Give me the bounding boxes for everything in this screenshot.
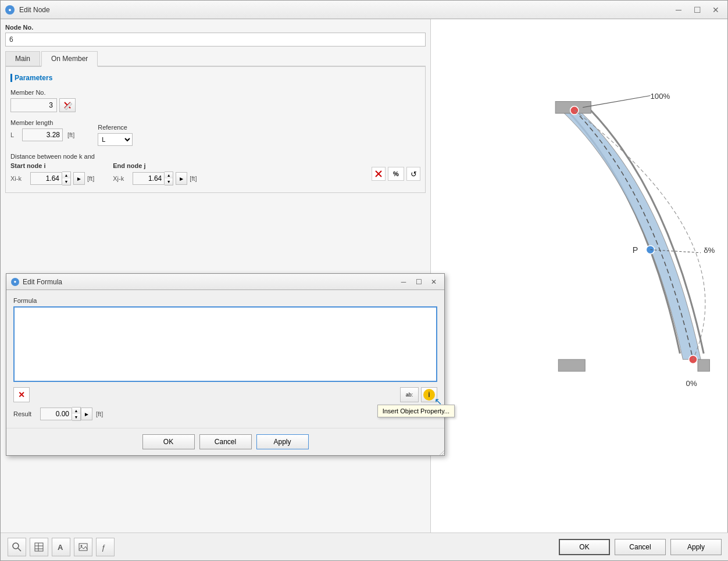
svg-text:P: P (633, 245, 638, 255)
svg-text:δ%: δ% (704, 246, 715, 255)
xi-spin-up[interactable]: ▲ (62, 172, 70, 178)
formula-dialog-icon: ● (11, 278, 19, 286)
formula-button[interactable]: ƒ (96, 538, 115, 556)
formula-toolbar: ✕ ab: i Insert Object Property... ↖ (13, 387, 437, 402)
formula-dialog-content: Formula ✕ ab: i Insert Object Property..… (6, 290, 444, 428)
member-no-input[interactable] (10, 98, 57, 112)
member-length-input[interactable] (22, 128, 63, 141)
resize-handle[interactable] (437, 448, 444, 455)
xi-input[interactable] (30, 172, 62, 185)
svg-point-6 (689, 355, 697, 363)
member-no-inputs (10, 98, 420, 112)
formula-dialog-maximize[interactable]: ☐ (413, 276, 424, 288)
result-spinbox: ▲ ▼ ► (40, 407, 92, 421)
insert-property-tooltip: Insert Object Property... (377, 405, 455, 417)
length-reference-row: Member length L [ft] Reference L xi (10, 119, 420, 146)
result-row: Result ▲ ▼ ► [ft] (13, 407, 437, 421)
xj-input[interactable] (133, 172, 165, 185)
refresh-button[interactable]: ↺ (406, 167, 420, 181)
svg-line-10 (583, 95, 650, 107)
member-no-label: Member No. (10, 89, 420, 96)
xi-unit: [ft] (87, 175, 94, 182)
member-no-row: Member No. (10, 89, 420, 112)
text-button[interactable]: A (52, 538, 70, 556)
result-label: Result (13, 410, 37, 417)
xj-spin-down[interactable]: ▼ (165, 178, 173, 185)
svg-point-5 (570, 106, 579, 115)
formula-input[interactable] (13, 306, 437, 382)
window-icon: ● (5, 5, 15, 15)
xi-spinbox: ▲ ▼ (30, 171, 71, 185)
node-no-label: Node No. (5, 24, 426, 31)
image-button[interactable] (74, 538, 92, 556)
length-prefix: L (10, 131, 17, 138)
formula-cancel-button[interactable]: Cancel (199, 434, 252, 449)
close-button[interactable]: ✕ (709, 3, 723, 17)
diagram-svg: P 100% δ% 0% (431, 19, 727, 534)
tab-main[interactable]: Main (5, 51, 40, 66)
svg-text:0%: 0% (686, 379, 697, 388)
toolbar-action-buttons: OK Cancel Apply (559, 539, 722, 555)
result-input[interactable] (40, 408, 72, 420)
formula-dialog-title-bar: ● Edit Formula ─ ☐ ✕ (6, 274, 444, 290)
cancel-button[interactable]: Cancel (615, 539, 666, 555)
xi-spin-down[interactable]: ▼ (62, 178, 70, 185)
formula-clear-button[interactable]: ✕ (13, 387, 30, 402)
end-node-col: End node j Xj-k ▲ ▼ ► (113, 162, 197, 185)
tooltip-text: Insert Object Property... (383, 408, 449, 415)
distance-section: Distance between node k and Start node i… (10, 153, 420, 185)
formula-dialog-title: Edit Formula (23, 278, 394, 286)
xi-label: Xi-k (10, 175, 28, 182)
svg-text:100%: 100% (650, 92, 670, 101)
tab-on-member[interactable]: On Member (41, 51, 98, 67)
xj-arrow-button[interactable]: ► (176, 172, 187, 185)
xi-arrow-button[interactable]: ► (73, 172, 85, 185)
distance-row: Start node i Xi-k ▲ ▼ (10, 162, 420, 185)
parameters-title: Parameters (10, 74, 420, 82)
apply-button[interactable]: Apply (670, 539, 722, 555)
zoom-button[interactable] (8, 538, 26, 556)
ok-button[interactable]: OK (559, 539, 610, 555)
member-length-inputs: L [ft] (10, 128, 74, 141)
svg-text:ƒ: ƒ (101, 543, 105, 552)
xj-spinbox: ▲ ▼ (133, 171, 173, 185)
reference-section: Reference L xi xj (98, 124, 133, 146)
pick-member-button[interactable] (59, 98, 76, 112)
reference-inputs: L xi xj (98, 133, 133, 146)
percent-button[interactable]: % (388, 167, 404, 181)
node-no-input[interactable] (5, 33, 426, 47)
svg-line-15 (18, 548, 21, 551)
clear-button[interactable] (372, 167, 386, 181)
svg-line-25 (442, 453, 444, 455)
node-no-section: Node No. (5, 24, 426, 47)
maximize-button[interactable]: ☐ (690, 3, 704, 17)
right-panel: P 100% δ% 0% (431, 19, 727, 534)
tab-on-member-content: Parameters Member No. (5, 67, 426, 193)
xj-label: Xj-k (113, 175, 130, 182)
formula-label: Formula (13, 297, 437, 304)
edit-formula-dialog: ● Edit Formula ─ ☐ ✕ Formula ✕ ab: i Ins… (6, 273, 445, 456)
svg-line-24 (440, 451, 444, 455)
minimize-button[interactable]: ─ (672, 3, 686, 17)
xj-spin-up[interactable]: ▲ (165, 172, 173, 178)
member-length-section: Member length L [ft] (10, 119, 74, 146)
table-button[interactable] (30, 538, 48, 556)
start-node-col: Start node i Xi-k ▲ ▼ (10, 162, 94, 185)
reference-label: Reference (98, 124, 133, 131)
result-spin-up[interactable]: ▲ (72, 408, 80, 414)
reference-select[interactable]: L xi xj (98, 133, 133, 146)
title-bar: ● Edit Node ─ ☐ ✕ (1, 1, 727, 19)
member-length-label: Member length (10, 119, 74, 126)
formula-ab-button[interactable]: ab: (400, 387, 419, 402)
result-spin-down[interactable]: ▼ (72, 414, 80, 420)
length-unit: [ft] (67, 131, 74, 138)
formula-dialog-minimize[interactable]: ─ (398, 276, 409, 288)
info-circle-icon: i (423, 389, 435, 401)
result-arrow-button[interactable]: ► (81, 408, 92, 420)
insert-property-container: i Insert Object Property... ↖ (421, 387, 437, 402)
svg-text:A: A (58, 543, 63, 552)
formula-ok-button[interactable]: OK (142, 434, 195, 449)
formula-dialog-close[interactable]: ✕ (428, 276, 440, 288)
result-spin-buttons: ▲ ▼ (72, 407, 81, 421)
formula-apply-button[interactable]: Apply (256, 434, 309, 449)
